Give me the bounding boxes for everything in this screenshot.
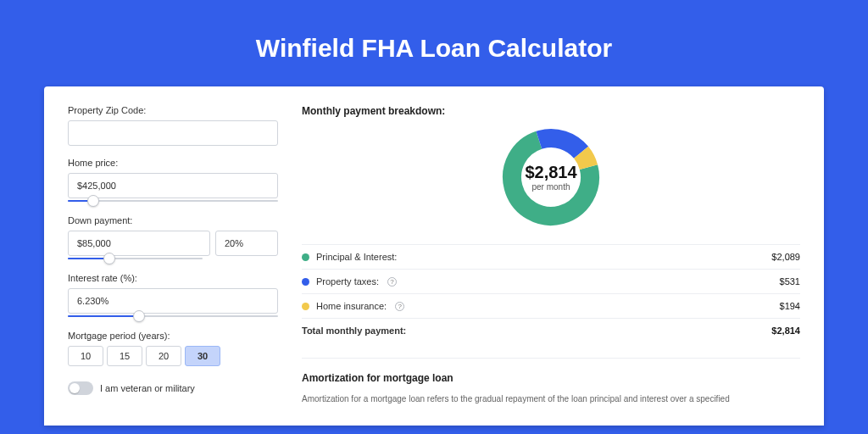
amortization-text: Amortization for a mortgage loan refers … <box>302 392 800 405</box>
mortgage-period-group: Mortgage period (years): 10 15 20 30 <box>68 331 278 366</box>
legend-label: Principal & Interest: <box>316 252 397 262</box>
dot-icon <box>302 278 309 286</box>
zip-input[interactable] <box>68 120 278 146</box>
slider-thumb[interactable] <box>87 195 99 207</box>
slider-thumb[interactable] <box>103 253 115 264</box>
zip-label: Property Zip Code: <box>68 105 278 115</box>
down-payment-pct-input[interactable] <box>215 231 278 256</box>
donut-center: $2,814 per month <box>525 163 576 192</box>
info-icon[interactable]: ? <box>395 302 404 311</box>
legend-row-taxes: Property taxes: ? $531 <box>302 269 800 293</box>
slider-thumb[interactable] <box>133 310 145 322</box>
donut-sub: per month <box>525 182 576 192</box>
legend-row-insurance: Home insurance: ? $194 <box>302 293 800 318</box>
veteran-row: I am veteran or military <box>68 381 278 395</box>
legend-value: $194 <box>780 301 800 311</box>
interest-rate-label: Interest rate (%): <box>68 273 278 283</box>
donut-chart: $2,814 per month <box>302 125 800 229</box>
period-btn-10[interactable]: 10 <box>68 346 103 366</box>
home-price-label: Home price: <box>68 158 278 168</box>
legend-value: $531 <box>780 276 800 287</box>
home-price-input[interactable] <box>68 173 278 198</box>
calculator-card: Property Zip Code: Home price: Down paym… <box>44 86 824 426</box>
down-payment-slider[interactable] <box>68 258 203 259</box>
interest-rate-slider[interactable] <box>68 315 278 317</box>
legend-row-total: Total monthly payment: $2,814 <box>302 318 800 342</box>
info-icon[interactable]: ? <box>387 277 397 287</box>
amortization-title: Amortization for mortgage loan <box>302 358 800 384</box>
zip-group: Property Zip Code: <box>68 105 278 146</box>
home-price-slider[interactable] <box>68 200 278 202</box>
page-title: Winfield FHA Loan Calculator <box>44 34 824 63</box>
period-btn-15[interactable]: 15 <box>107 346 142 366</box>
breakdown-title: Monthly payment breakdown: <box>302 105 800 117</box>
form-panel: Property Zip Code: Home price: Down paym… <box>68 105 278 426</box>
down-payment-group: Down payment: <box>68 215 278 256</box>
legend-label: Property taxes: <box>316 276 379 287</box>
donut-amount: $2,814 <box>525 163 576 182</box>
veteran-label: I am veteran or military <box>100 383 195 393</box>
legend-label: Home insurance: <box>316 301 387 311</box>
legend-value: $2,814 <box>771 326 800 336</box>
legend-row-principal: Principal & Interest: $2,089 <box>302 244 800 269</box>
down-payment-input[interactable] <box>68 231 210 256</box>
veteran-toggle[interactable] <box>68 381 93 395</box>
legend-value: $2,089 <box>771 252 800 262</box>
dot-icon <box>302 253 309 261</box>
period-btn-30[interactable]: 30 <box>185 346 220 366</box>
home-price-group: Home price: <box>68 158 278 198</box>
breakdown-panel: Monthly payment breakdown: $2,814 per mo… <box>302 105 800 426</box>
interest-rate-input[interactable] <box>68 288 278 314</box>
down-payment-label: Down payment: <box>68 215 278 225</box>
interest-rate-group: Interest rate (%): <box>68 273 278 314</box>
legend-label: Total monthly payment: <box>302 326 406 336</box>
dot-icon <box>302 303 309 310</box>
period-buttons: 10 15 20 30 <box>68 346 278 366</box>
period-btn-20[interactable]: 20 <box>146 346 181 366</box>
mortgage-period-label: Mortgage period (years): <box>68 331 278 341</box>
